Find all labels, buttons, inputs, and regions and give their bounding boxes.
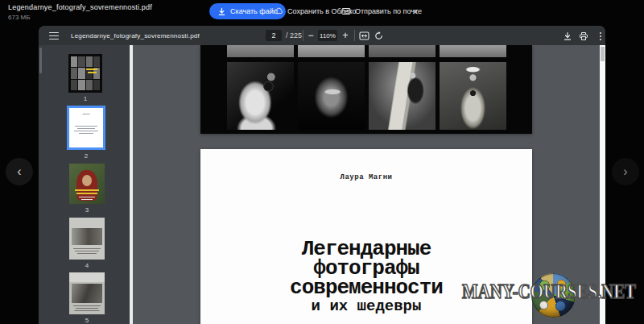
download-icon [217, 7, 226, 16]
toolbar-divider [303, 30, 303, 41]
cover-photo-man-with-hat [440, 62, 506, 130]
cover-photo [298, 45, 365, 57]
pdf-download-icon[interactable] [562, 31, 572, 41]
page-total-label: / 225 [286, 31, 302, 39]
cover-photo [440, 45, 506, 57]
caption-line [81, 199, 93, 200]
zoom-in-button[interactable]: + [340, 27, 351, 44]
watermark-text: MANY-COURSES.NET [462, 280, 636, 304]
caption-line [73, 305, 101, 306]
toolbar-divider [354, 30, 355, 41]
thumbnail-page-4[interactable] [69, 218, 105, 260]
previous-file-button[interactable]: ‹ [6, 158, 33, 185]
pdf-page-1-cover [200, 45, 532, 134]
cover-photo [227, 45, 294, 57]
thumb-photo [69, 272, 105, 282]
print-icon[interactable] [578, 31, 588, 41]
zoom-level-value[interactable]: 110% [318, 30, 337, 41]
thumb-text-line [83, 114, 90, 114]
thumb-photo [72, 284, 102, 303]
thumbnail-label-4: 4 [69, 262, 105, 269]
cover-photo-photographer-with-camera [227, 62, 294, 130]
thumbnail-label-2: 2 [67, 152, 105, 160]
cover-title-text [86, 69, 97, 70]
thumb-text-line [75, 126, 97, 127]
caption-line [77, 253, 97, 254]
thumbnail-page-3[interactable] [69, 164, 105, 204]
pdf-toolbar: Legendarnye_fotografy_sovremennosti.pdf … [39, 26, 605, 45]
cover-photo-man-with-crate [369, 62, 436, 130]
thumbnail-label-5: 5 [69, 317, 105, 324]
thumb-photo [72, 228, 102, 245]
sidebar-scrollbar[interactable] [39, 48, 42, 73]
more-options-icon[interactable] [595, 31, 605, 41]
thumbnail-page-5[interactable] [69, 272, 105, 314]
download-file-label: Скачать файл [230, 7, 278, 15]
caption-line [75, 310, 100, 311]
caption-line [76, 308, 98, 309]
zoom-out-button[interactable]: − [305, 27, 316, 44]
fit-to-width-icon[interactable] [359, 31, 369, 41]
thumb-text-line [79, 133, 93, 134]
file-preview-overlay: Legendarnye_fotografy_sovremennosti.pdf … [0, 0, 644, 324]
close-preview-button[interactable]: × [408, 4, 423, 19]
page-number-input[interactable]: 2 [266, 30, 282, 41]
cloud-upload-icon [274, 6, 283, 16]
thumbnail-page-2-selected[interactable] [67, 106, 105, 150]
caption-line [73, 248, 101, 249]
menu-icon[interactable] [49, 32, 59, 39]
rotate-icon[interactable] [374, 31, 384, 41]
cover-photo [369, 45, 436, 57]
caption-line [75, 251, 99, 251]
thumb-text-line [77, 128, 95, 129]
cover-photo-row [227, 62, 506, 130]
cover-photo-man-in-turban [298, 62, 365, 130]
thumbnail-label-1: 1 [68, 95, 102, 102]
cover-photo-row-partial [227, 45, 506, 57]
thumbnail-page-1[interactable] [68, 54, 102, 93]
file-name: Legendarnye_fotografy_sovremennosti.pdf [8, 3, 152, 11]
book-author: Лаура Магни [200, 173, 532, 181]
caption-line [76, 193, 97, 194]
next-file-button[interactable]: › [612, 158, 639, 185]
cover-title-text [88, 72, 97, 73]
thumb-text-line [74, 131, 98, 131]
file-info: Legendarnye_fotografy_sovremennosti.pdf … [8, 3, 152, 21]
thumbnail-sidebar: 1 2 3 [39, 45, 130, 324]
photo-face [82, 175, 92, 186]
chevron-right-icon: › [623, 165, 627, 178]
cover-photo-grid [71, 56, 100, 90]
caption-line [75, 189, 99, 191]
thumbnail-label-3: 3 [69, 206, 105, 214]
chevron-left-icon: ‹ [17, 165, 21, 178]
file-size: 673 МБ [8, 14, 152, 21]
pdf-toolbar-filename: Legendarnye_fotografy_sovremennosti.pdf [71, 32, 200, 39]
scrollbar-thumb[interactable] [601, 47, 605, 61]
envelope-icon [341, 6, 351, 16]
caption-line [79, 197, 95, 197]
